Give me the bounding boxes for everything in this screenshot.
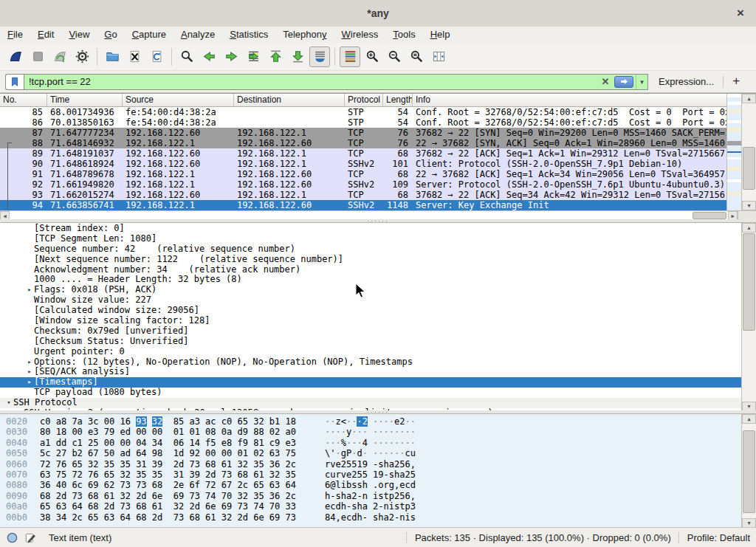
menu-wireless[interactable]: Wireless [334, 27, 386, 43]
go-first-button[interactable] [265, 47, 286, 67]
menu-help[interactable]: Help [423, 27, 458, 43]
resize-columns-button[interactable] [428, 47, 449, 67]
hex-row[interactable]: 003080 18 00 e3 79 ed 00 00 01 01 08 0a … [0, 427, 756, 437]
find-packet-button[interactable] [176, 47, 197, 67]
menu-edit[interactable]: Edit [30, 27, 61, 43]
column-header-destination[interactable]: Destination [234, 94, 345, 106]
capture-options-button[interactable] [72, 47, 92, 67]
detail-row[interactable]: [Checksum Status: Unverified] [0, 337, 743, 347]
packet-row-85[interactable]: 8568.001734936fe:54:00:d4:38:2aSTP54Conf… [0, 107, 726, 117]
scroll-up-arrow[interactable]: ▲ [742, 223, 756, 233]
detail-row[interactable]: [Next sequence number: 1122 (relative se… [0, 255, 743, 265]
hex-row[interactable]: 00a065 63 64 68 2d 73 68 61 32 2d 6e 69 … [0, 501, 756, 512]
scroll-down-arrow[interactable]: ▼ [742, 518, 756, 527]
hex-row[interactable]: 00505c 27 b2 67 50 ad 64 98 1d 92 00 00 … [0, 448, 756, 458]
auto-scroll-button[interactable] [309, 47, 330, 67]
detail-row[interactable]: [TCP Segment Len: 1080] [0, 234, 743, 244]
reload-file-button[interactable] [146, 47, 167, 67]
start-capture-button[interactable] [5, 47, 26, 67]
detail-row[interactable]: [Calculated window size: 29056] [0, 306, 743, 316]
scrollbar-thumb[interactable] [743, 233, 755, 331]
menu-capture[interactable]: Capture [125, 27, 173, 43]
detail-row[interactable]: ▸Options: (12 bytes), No-Operation (NOP)… [0, 357, 743, 368]
capture-comment-button[interactable] [24, 531, 37, 544]
zoom-reset-button[interactable] [406, 47, 427, 67]
go-to-packet-button[interactable] [243, 47, 264, 67]
open-file-button[interactable] [102, 47, 123, 67]
hex-row[interactable]: 006072 76 65 32 35 35 31 39 2d 73 68 61 … [0, 459, 756, 469]
packet-row-89[interactable]: 8971.648191037192.168.122.60192.168.122.… [0, 148, 726, 159]
packet-row-88[interactable]: 8871.648146932192.168.122.1192.168.122.6… [0, 138, 726, 148]
hscrollbar-thumb[interactable] [693, 212, 726, 219]
column-header-source[interactable]: Source [123, 94, 234, 106]
packet-row-92[interactable]: 9271.661949820192.168.122.1192.168.122.6… [0, 179, 726, 190]
colorize-button[interactable] [340, 47, 360, 67]
column-header-length[interactable]: Length [383, 94, 413, 106]
scroll-down-arrow[interactable]: ▼ [742, 201, 756, 210]
details-vscrollbar[interactable]: ▲ ▼ [741, 223, 756, 410]
hex-row[interactable]: 0020c0 a8 7a 3c 00 16 93 32 85 a3 ac c0 … [0, 416, 756, 427]
expert-info-button[interactable] [6, 531, 18, 544]
menu-file[interactable]: File [0, 27, 30, 43]
expression-button[interactable]: Expression... [659, 76, 714, 87]
menu-statistics[interactable]: Statistics [222, 27, 275, 43]
column-header-info[interactable]: Info [413, 94, 726, 106]
packet-row-93[interactable]: 9371.662015274192.168.122.60192.168.122.… [0, 190, 726, 200]
go-forward-button[interactable] [221, 47, 241, 67]
scrollbar-thumb[interactable] [743, 147, 755, 190]
detail-row[interactable]: [Window size scaling factor: 128] [0, 316, 743, 326]
column-header-time[interactable]: Time [47, 94, 123, 106]
filter-bookmark-button[interactable] [5, 74, 24, 90]
detail-row[interactable]: Acknowledgment number: 34 (relative ack … [0, 265, 743, 275]
column-header-protocol[interactable]: Protocol [345, 94, 383, 106]
menu-view[interactable]: View [61, 27, 97, 43]
go-back-button[interactable] [199, 47, 219, 67]
zoom-out-button[interactable] [384, 47, 405, 67]
go-last-button[interactable] [287, 47, 308, 67]
menu-go[interactable]: Go [97, 27, 124, 43]
detail-row[interactable]: ▸[SEQ/ACK analysis] [0, 367, 743, 377]
menu-telephony[interactable]: Telephony [275, 27, 334, 43]
hex-row[interactable]: 0040a1 dd c1 25 00 00 04 34 06 14 f5 e8 … [0, 438, 756, 448]
menu-analyze[interactable]: Analyze [173, 27, 222, 43]
packet-row-90[interactable]: 9071.648618924192.168.122.60192.168.122.… [0, 159, 726, 169]
intelligent-scrollbar-minimap[interactable] [726, 94, 741, 210]
scrollbar-thumb[interactable] [743, 430, 755, 513]
scroll-up-arrow[interactable]: ▲ [742, 94, 756, 103]
hex-row[interactable]: 009068 2d 73 68 61 32 2d 6e 69 73 74 70 … [0, 491, 756, 501]
restart-capture-button[interactable] [49, 47, 70, 67]
detail-row[interactable]: ▸Flags: 0x018 (PSH, ACK) [0, 285, 743, 295]
detail-row[interactable]: Checksum: 0x79ed [unverified] [0, 326, 743, 337]
hex-row[interactable]: 00b038 34 2c 65 63 64 68 2d 73 68 61 32 … [0, 512, 756, 523]
filter-clear-button[interactable]: ✕ [599, 76, 612, 87]
detail-row[interactable]: [Stream index: 0] [0, 224, 743, 234]
detail-row[interactable]: Urgent pointer: 0 [0, 347, 743, 357]
filter-apply-button[interactable] [614, 76, 633, 88]
title-bar[interactable]: *any × [0, 0, 756, 27]
detail-row[interactable]: Sequence number: 42 (relative sequence n… [0, 244, 743, 255]
hex-row[interactable]: 007063 75 72 76 65 32 35 35 31 39 2d 73 … [0, 469, 756, 480]
packet-row-86[interactable]: 8670.013850163fe:54:00:d4:38:2aSTP54Conf… [0, 117, 726, 128]
column-header-no[interactable]: No. [0, 94, 47, 106]
close-file-button[interactable] [124, 47, 145, 67]
scroll-up-arrow[interactable]: ▲ [742, 414, 756, 424]
bytes-vscrollbar[interactable]: ▲ ▼ [741, 414, 756, 527]
detail-row[interactable]: TCP payload (1080 bytes) [0, 388, 743, 398]
detail-row[interactable]: 1000 .... = Header Length: 32 bytes (8) [0, 275, 743, 285]
add-filter-button[interactable]: + [724, 74, 747, 90]
stop-capture-button[interactable] [27, 47, 48, 67]
filter-history-dropdown[interactable]: ▾ [636, 75, 647, 89]
zoom-in-button[interactable] [362, 47, 382, 67]
hex-row[interactable]: 008036 40 6c 69 62 73 73 68 2e 6f 72 67 … [0, 480, 756, 490]
packet-list-vscrollbar[interactable]: ▲ ▼ [741, 94, 756, 210]
scroll-down-arrow[interactable]: ▼ [742, 402, 756, 410]
profile-button[interactable]: Profile: Default [687, 532, 750, 543]
detail-row[interactable]: Window size value: 227 [0, 295, 743, 306]
packet-row-94[interactable]: 9471.663856741192.168.122.1192.168.122.6… [0, 200, 726, 210]
packet-row-87[interactable]: 8771.647777234192.168.122.60192.168.122.… [0, 128, 726, 138]
close-window-button[interactable]: × [732, 5, 749, 21]
menu-tools[interactable]: Tools [385, 27, 422, 43]
packet-row-91[interactable]: 9171.648789678192.168.122.1192.168.122.6… [0, 169, 726, 179]
detail-row[interactable]: ▾SSH Protocol [0, 398, 743, 408]
display-filter-input[interactable]: !tcp.port == 22 ✕ ▾ [24, 74, 648, 90]
